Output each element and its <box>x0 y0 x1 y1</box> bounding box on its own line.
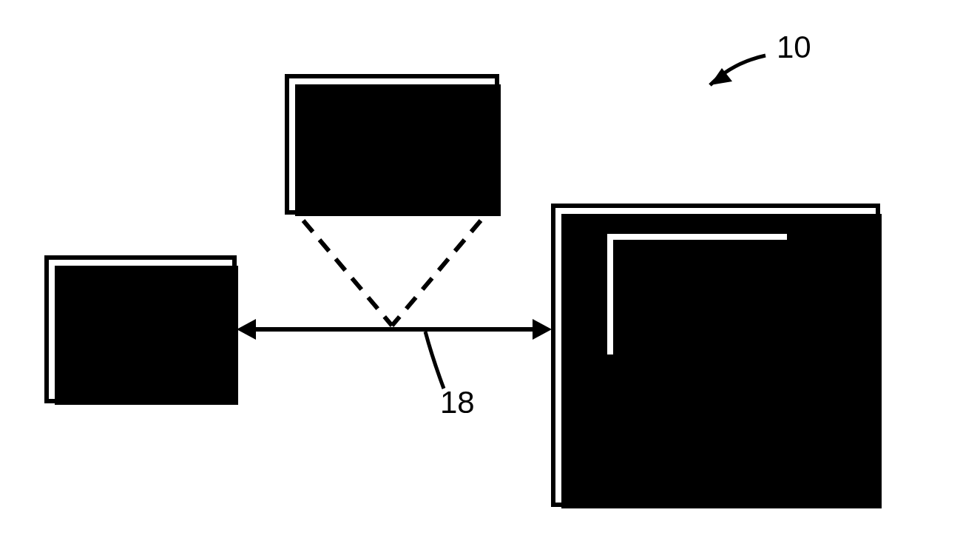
bootstrap-ref: 20 <box>376 163 409 197</box>
frontend-ref: 12 <box>124 348 158 382</box>
connection-line <box>251 327 540 332</box>
diagram-canvas: 10 Bootstrap Information 20 Front-End Su… <box>0 0 980 541</box>
svg-line-1 <box>303 221 392 326</box>
system-ref-number: 10 <box>777 30 811 65</box>
svg-marker-0 <box>710 68 732 85</box>
backend-title: Back-End Subsystem <box>555 417 876 451</box>
frontend-title-line2: Subsystem <box>61 311 219 345</box>
resources-box: Resources 16 <box>603 229 791 359</box>
frontend-title-line1: Front-End <box>70 277 211 311</box>
bootstrap-info-box: Bootstrap Information 20 <box>285 74 499 215</box>
backend-ref: 14 <box>699 454 732 488</box>
resources-ref: 16 <box>680 296 714 330</box>
svg-line-2 <box>392 221 481 326</box>
connection-arrowhead-right <box>533 319 552 340</box>
connection-ref-number: 18 <box>440 385 475 420</box>
resources-title: Resources <box>621 259 773 293</box>
bootstrap-title-line1: Bootstrap <box>322 92 462 126</box>
frontend-box: Front-End Subsystem 12 <box>44 255 237 403</box>
connection-arrowhead-left <box>237 319 256 340</box>
bootstrap-title-line2: Information <box>311 126 473 160</box>
